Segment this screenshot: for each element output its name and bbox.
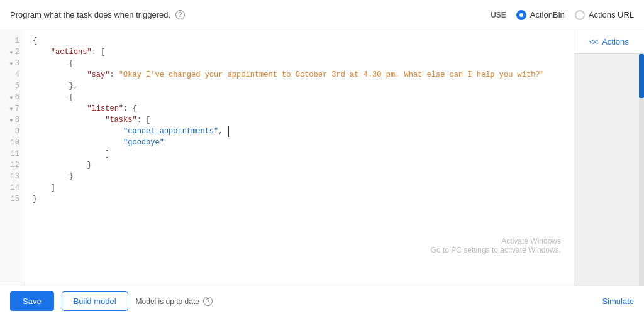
code-line-13: } — [33, 171, 566, 182]
code-line-8: "tasks": [ — [33, 114, 566, 126]
header-description: Program what the task does when triggere… — [10, 10, 170, 19]
header-left: Program what the task does when triggere… — [10, 10, 185, 19]
chevron-left-icon: << — [589, 38, 598, 46]
line-num-15: 15 — [0, 193, 25, 205]
status-text: Model is up to date — [136, 297, 199, 306]
line-arrow-7: ▼ — [9, 106, 14, 112]
radio-actions-url-circle[interactable] — [575, 10, 585, 20]
line-arrow-3: ▼ — [9, 61, 14, 67]
code-line-12: } — [33, 160, 566, 171]
use-label: USE — [491, 11, 506, 19]
line-num-8: ▼ 8 — [0, 114, 25, 126]
code-line-10: "goodbye" — [33, 137, 566, 148]
line-arrow-6: ▼ — [9, 95, 14, 101]
code-line-1: { — [33, 35, 566, 46]
code-line-3: { — [33, 58, 566, 69]
actions-tab-label: Actions — [602, 37, 629, 46]
save-button[interactable]: Save — [10, 291, 54, 311]
line-num-7: ▼ 7 — [0, 103, 25, 114]
main-content: 1 ▼ 2 ▼ 3 4 5 ▼ 6 ▼ — [0, 30, 644, 286]
line-num-10: 10 — [0, 137, 25, 148]
code-line-6: { — [33, 92, 566, 103]
footer: Save Build model Model is up to date ? S… — [0, 286, 644, 316]
scrollbar-area — [574, 54, 644, 286]
radio-actions-url-label: Actions URL — [589, 10, 634, 19]
code-line-9: "cancel_appointments", — [33, 126, 566, 137]
line-num-13: 13 — [0, 171, 25, 182]
radio-actions-url[interactable]: Actions URL — [575, 10, 634, 20]
line-arrow-8: ▼ — [9, 117, 14, 123]
status-area: Model is up to date ? — [136, 297, 213, 306]
line-arrow-2: ▼ — [9, 50, 14, 55]
simulate-button[interactable]: Simulate — [602, 297, 634, 306]
header-bar: Program what the task does when triggere… — [0, 0, 644, 30]
header-right: USE ActionBin Actions URL — [491, 10, 634, 20]
line-num-11: 11 — [0, 148, 25, 160]
right-panel: << Actions — [574, 30, 644, 286]
header-help-icon[interactable]: ? — [175, 10, 185, 19]
line-num-4: 4 — [0, 69, 25, 80]
code-line-2: "actions": [ — [33, 46, 566, 58]
radio-actionbin[interactable]: ActionBin — [516, 10, 565, 20]
radio-actionbin-circle[interactable] — [516, 10, 526, 20]
code-line-15: } — [33, 193, 566, 205]
line-num-9: 9 — [0, 126, 25, 137]
line-num-2: ▼ 2 — [0, 46, 25, 58]
code-line-14: ] — [33, 182, 566, 193]
actions-tab[interactable]: << Actions — [574, 30, 644, 54]
radio-actionbin-label: ActionBin — [530, 10, 565, 19]
line-numbers: 1 ▼ 2 ▼ 3 4 5 ▼ 6 ▼ — [0, 30, 25, 286]
line-num-12: 12 — [0, 160, 25, 171]
code-line-7: "listen": { — [33, 103, 566, 114]
editor-area[interactable]: 1 ▼ 2 ▼ 3 4 5 ▼ 6 ▼ — [0, 30, 574, 286]
code-editor[interactable]: { "actions": [ { "say": "Okay I've chang… — [25, 30, 574, 286]
scrollbar-track[interactable] — [639, 54, 644, 286]
code-line-11: ] — [33, 148, 566, 160]
build-model-button[interactable]: Build model — [62, 291, 128, 311]
line-num-5: 5 — [0, 80, 25, 92]
line-num-14: 14 — [0, 182, 25, 193]
line-num-1: 1 — [0, 35, 25, 46]
code-line-4: "say": "Okay I've changed your appointme… — [33, 69, 566, 80]
code-line-5: }, — [33, 80, 566, 92]
line-num-6: ▼ 6 — [0, 92, 25, 103]
status-help-icon[interactable]: ? — [203, 297, 213, 306]
scrollbar-thumb[interactable] — [639, 54, 644, 98]
line-num-3: ▼ 3 — [0, 58, 25, 69]
